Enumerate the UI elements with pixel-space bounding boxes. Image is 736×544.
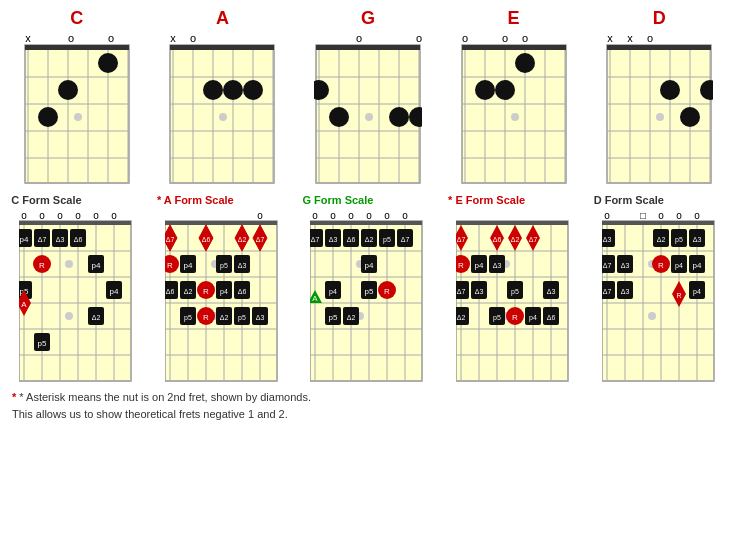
svg-text:R: R	[676, 292, 681, 299]
scale-e: * E Form Scale Δ7	[446, 194, 581, 383]
svg-text:p5: p5	[675, 236, 683, 244]
scale-c: C Form Scale o o o o o o	[9, 194, 144, 383]
svg-text:Δ3: Δ3	[493, 262, 502, 269]
svg-text:Δ7: Δ7	[166, 236, 175, 243]
svg-text:Δ7: Δ7	[529, 236, 538, 243]
svg-rect-203	[310, 221, 422, 225]
svg-text:Δ6: Δ6	[74, 236, 83, 243]
svg-text:Δ2: Δ2	[184, 288, 193, 295]
svg-text:o: o	[68, 32, 74, 44]
svg-point-97	[680, 107, 700, 127]
svg-text:R: R	[658, 261, 664, 270]
svg-text:Δ2: Δ2	[457, 314, 466, 321]
svg-text:o: o	[416, 32, 422, 44]
chord-c: C x o o	[9, 8, 144, 186]
svg-text:R: R	[203, 287, 209, 296]
svg-text:o: o	[356, 32, 362, 44]
svg-point-95	[656, 113, 664, 121]
svg-text:o: o	[604, 210, 610, 221]
svg-text:p4: p4	[693, 288, 701, 296]
svg-point-76	[475, 80, 495, 100]
svg-text:Δ6: Δ6	[493, 236, 502, 243]
svg-text:o: o	[647, 32, 653, 44]
svg-text:p5: p5	[384, 236, 392, 244]
scale-c-title: C Form Scale	[9, 194, 144, 206]
main-container: C x o o	[0, 0, 736, 544]
svg-text:Δ7: Δ7	[311, 236, 320, 243]
svg-text:p4: p4	[675, 262, 683, 270]
footnote-line1: * Asterisk means the nut is on 2nd fret,…	[19, 391, 311, 403]
svg-text:Δ2: Δ2	[656, 236, 665, 243]
svg-text:p5: p5	[220, 262, 228, 270]
svg-text:p5: p5	[511, 288, 519, 296]
svg-text:R: R	[458, 261, 464, 270]
svg-point-77	[495, 80, 515, 100]
footnote: * * Asterisk means the nut is on 2nd fre…	[4, 389, 732, 422]
scale-a-title: * A Form Scale	[155, 194, 290, 206]
svg-text:p4: p4	[365, 261, 374, 270]
svg-point-56	[329, 107, 349, 127]
svg-text:Δ3: Δ3	[547, 288, 556, 295]
chord-e: E o o o	[446, 8, 581, 186]
svg-point-119	[65, 260, 73, 268]
svg-text:o: o	[190, 32, 196, 44]
scale-e-diagram: Δ7 Δ6 Δ2 Δ7 R p4 Δ3 Δ7 Δ3	[456, 208, 571, 383]
svg-text:Δ7: Δ7	[602, 288, 611, 295]
chord-e-title: E	[508, 8, 520, 29]
svg-text:Δ3: Δ3	[256, 314, 265, 321]
scale-d: D Form Scale o □ o o o	[592, 194, 727, 383]
svg-rect-63	[462, 45, 566, 50]
svg-text:Δ2: Δ2	[238, 236, 247, 243]
chord-row: C x o o	[4, 8, 732, 186]
svg-point-312	[648, 312, 656, 320]
svg-rect-4	[25, 45, 129, 50]
svg-text:o: o	[257, 210, 263, 221]
chord-c-diagram: x o o	[23, 31, 131, 186]
svg-point-38	[243, 80, 263, 100]
svg-point-37	[223, 80, 243, 100]
svg-text:Δ6: Δ6	[347, 236, 356, 243]
svg-text:R: R	[167, 261, 173, 270]
svg-point-36	[203, 80, 223, 100]
svg-text:Δ3: Δ3	[602, 236, 611, 243]
svg-text:p4: p4	[220, 288, 228, 296]
svg-text:x: x	[25, 32, 31, 44]
svg-rect-42	[316, 45, 420, 50]
svg-text:Δ6: Δ6	[238, 288, 247, 295]
svg-text:p4: p4	[20, 235, 29, 244]
scale-c-diagram: o o o o o o	[19, 208, 134, 383]
svg-text:Δ3: Δ3	[329, 236, 338, 243]
scale-e-title: * E Form Scale	[446, 194, 581, 206]
svg-text:Δ6: Δ6	[202, 236, 211, 243]
svg-text:o: o	[367, 210, 373, 221]
svg-text:p4: p4	[92, 261, 101, 270]
svg-text:R: R	[203, 313, 209, 322]
svg-point-17	[38, 107, 58, 127]
svg-rect-83	[607, 45, 711, 50]
chord-a: A x o	[155, 8, 290, 186]
svg-text:o: o	[522, 32, 528, 44]
svg-point-96	[660, 80, 680, 100]
svg-text:p4: p4	[330, 288, 338, 296]
svg-text:p4: p4	[110, 287, 119, 296]
svg-text:Δ3: Δ3	[56, 236, 65, 243]
chord-d: D x x o	[592, 8, 727, 186]
svg-text:o: o	[676, 210, 682, 221]
svg-point-57	[389, 107, 409, 127]
svg-text:x: x	[627, 32, 633, 44]
svg-text:A: A	[313, 294, 319, 303]
svg-point-120	[65, 312, 73, 320]
svg-text:R: R	[39, 261, 45, 270]
chord-g-diagram: o o	[314, 31, 422, 186]
svg-text:o: o	[22, 210, 28, 221]
svg-text:R: R	[385, 287, 391, 296]
scale-g-title: G Form Scale	[300, 194, 435, 206]
chord-g: G o o	[300, 8, 435, 186]
svg-text:o: o	[349, 210, 355, 221]
svg-point-18	[58, 80, 78, 100]
chord-d-title: D	[653, 8, 666, 29]
scale-d-title: D Form Scale	[592, 194, 727, 206]
svg-text:Δ3: Δ3	[475, 288, 484, 295]
svg-text:p5: p5	[238, 314, 246, 322]
svg-text:Δ6: Δ6	[547, 314, 556, 321]
